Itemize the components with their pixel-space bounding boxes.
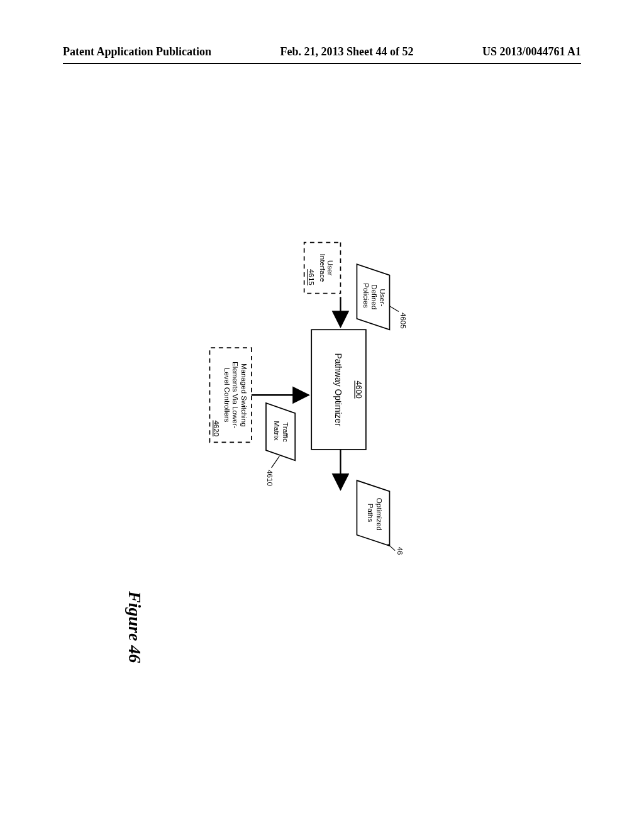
matrix-l1: Traffic — [282, 422, 289, 442]
header-rule — [63, 63, 581, 64]
header-left: Patent Application Publication — [63, 45, 211, 58]
paths-l1: Optimized — [375, 498, 383, 531]
matrix-leader — [272, 456, 280, 467]
policies-leader — [389, 306, 398, 312]
figure-diagram: 4600 Pathway Optimizer User- Defined Pol… — [27, 228, 571, 555]
mse-l1: Managed Switching — [240, 363, 248, 427]
paths-ref: 4625 — [396, 547, 404, 555]
mse-l2: Elements Via Lower- — [231, 362, 239, 428]
paths-leader — [388, 544, 396, 550]
policies-ref: 4605 — [399, 313, 407, 329]
mse-l3: Level Controllers — [223, 368, 231, 423]
page: Patent Application Publication Feb. 21, … — [0, 0, 644, 830]
optimizer-ref: 4600 — [354, 380, 364, 398]
header-center: Feb. 21, 2013 Sheet 44 of 52 — [280, 45, 414, 58]
policies-l3: Policies — [362, 283, 370, 308]
mse-ref: 4620 — [213, 420, 220, 436]
matrix-ref: 4610 — [266, 470, 274, 486]
page-header: Patent Application Publication Feb. 21, … — [63, 45, 581, 58]
ui-l2: Interface — [319, 254, 326, 282]
ui-l1: User — [326, 260, 334, 276]
policies-l1: User- — [379, 289, 386, 306]
figure-caption: Figure 46 — [125, 591, 145, 663]
optimizer-label: Pathway Optimizer — [333, 353, 343, 426]
header-right: US 2013/0044761 A1 — [482, 45, 581, 58]
paths-l2: Paths — [367, 504, 374, 523]
ui-ref: 4615 — [308, 269, 315, 285]
matrix-l2: Matrix — [273, 421, 280, 441]
policies-l2: Defined — [370, 284, 378, 309]
diagram-svg: 4600 Pathway Optimizer User- Defined Pol… — [27, 228, 571, 555]
